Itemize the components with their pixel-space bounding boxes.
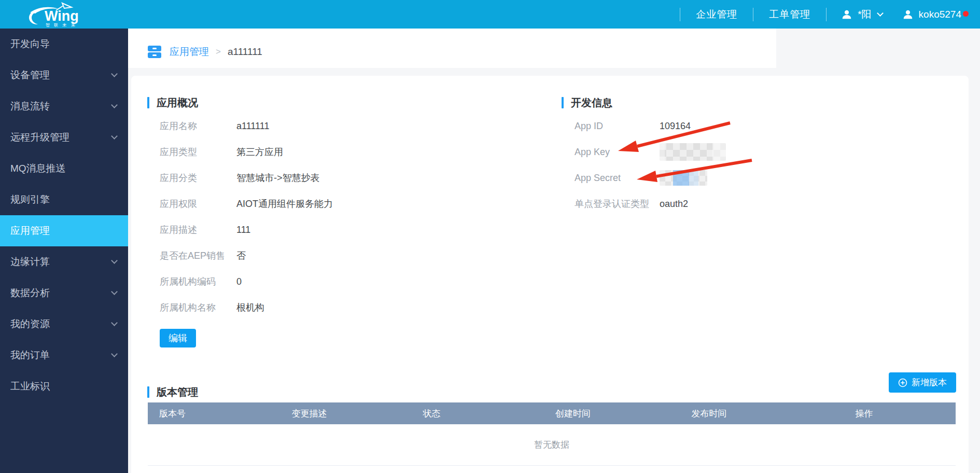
- account-menu[interactable]: koko5274: [897, 9, 967, 20]
- chevron-down-icon: [111, 102, 118, 108]
- field-row-app-key: App Key: [562, 139, 919, 165]
- logo-text: Wing: [45, 8, 79, 24]
- field-label: App ID: [562, 121, 660, 132]
- field-row-app-type: 应用类型 第三方应用: [147, 139, 547, 165]
- sidebar-item-label: 我的订单: [10, 349, 50, 362]
- field-row-app-name: 应用名称 a111111: [147, 113, 547, 139]
- sidebar-item-edge-computing[interactable]: 边缘计算: [0, 246, 128, 277]
- field-row-org-name: 所属机构名称 根机构: [147, 295, 547, 321]
- chevron-down-icon: [111, 351, 118, 357]
- notification-badge: [963, 11, 969, 17]
- versions-table: 版本号 变更描述 状态 创建时间 发布时间 操作 暂无数据: [148, 402, 956, 466]
- version-section-header: 版本管理: [147, 386, 198, 398]
- field-label: 应用类型: [147, 146, 236, 158]
- overview-title: 应用概况: [157, 96, 198, 110]
- breadcrumb: 应用管理 > a111111: [128, 29, 776, 68]
- field-value: oauth2: [660, 199, 688, 210]
- account-name: koko5274: [919, 9, 961, 20]
- sidebar-item-industrial-id[interactable]: 工业标识: [0, 371, 128, 402]
- field-row-sso-type: 单点登录认证类型 oauth2: [562, 191, 919, 217]
- dev-info-title: 开发信息: [571, 96, 612, 110]
- nav-workorder-management[interactable]: 工单管理: [753, 8, 826, 21]
- sidebar-item-label: 工业标识: [10, 380, 50, 393]
- field-row-app-permission: 应用权限 AIOT通用组件服务能力: [147, 191, 547, 217]
- breadcrumb-separator: >: [216, 47, 221, 57]
- chevron-down-icon: [877, 10, 884, 17]
- sidebar-item-mq-push[interactable]: MQ消息推送: [0, 153, 128, 184]
- circle-plus-icon: [898, 378, 907, 387]
- empty-state: 暂无数据: [148, 424, 956, 466]
- sidebar-item-label: 开发向导: [10, 37, 50, 51]
- user-menu-name: *阳: [858, 8, 871, 21]
- add-version-button[interactable]: 新增版本: [889, 372, 956, 393]
- column-header-actions: 操作: [773, 408, 956, 420]
- field-value: 0: [236, 276, 242, 287]
- sidebar-item-my-resources[interactable]: 我的资源: [0, 309, 128, 340]
- field-label: App Secret: [562, 173, 660, 184]
- chevron-down-icon: [111, 257, 118, 264]
- sidebar-item-my-orders[interactable]: 我的订单: [0, 340, 128, 371]
- ctwing-logo[interactable]: Wing 智 联 未 来: [24, 2, 102, 27]
- sidebar: 开发向导 设备管理 消息流转 远程升级管理 MQ消息推送 规则引擎 应用管理 边…: [0, 29, 128, 473]
- sidebar-item-label: 边缘计算: [10, 255, 50, 269]
- field-row-org-code: 所属机构编码 0: [147, 269, 547, 295]
- sidebar-item-label: 设备管理: [10, 68, 50, 82]
- column-header-version: 版本号: [148, 408, 256, 420]
- field-label: 所属机构名称: [147, 301, 236, 314]
- user-icon: [841, 9, 852, 20]
- sidebar-item-remote-upgrade[interactable]: 远程升级管理: [0, 122, 128, 153]
- add-version-label: 新增版本: [912, 377, 947, 388]
- edit-button[interactable]: 编辑: [160, 329, 196, 347]
- field-row-app-description: 应用描述 111: [147, 217, 547, 243]
- sidebar-item-dev-wizard[interactable]: 开发向导: [0, 29, 128, 60]
- versions-table-header: 版本号 变更描述 状态 创建时间 发布时间 操作: [148, 402, 956, 424]
- field-value: 第三方应用: [236, 146, 283, 158]
- field-row-app-secret: App Secret: [562, 165, 919, 191]
- sidebar-item-rule-engine[interactable]: 规则引擎: [0, 184, 128, 215]
- dev-info-section: 开发信息 App ID 109164 App Key App Secret 单点…: [562, 96, 919, 217]
- sidebar-item-message-flow[interactable]: 消息流转: [0, 91, 128, 122]
- field-label: 应用描述: [147, 224, 236, 236]
- nav-enterprise-management[interactable]: 企业管理: [680, 8, 753, 21]
- field-value: 否: [236, 249, 246, 262]
- sidebar-item-label: 应用管理: [10, 224, 50, 238]
- sidebar-item-device-management[interactable]: 设备管理: [0, 60, 128, 91]
- app-detail-card: 应用概况 应用名称 a111111 应用类型 第三方应用 应用分类 智慧城市->…: [131, 76, 969, 473]
- field-label: App Key: [562, 147, 660, 158]
- logo-tagline: 智 联 未 来: [46, 23, 77, 27]
- column-header-publish-time: 发布时间: [646, 408, 773, 420]
- sidebar-item-label: 远程升级管理: [10, 131, 69, 144]
- chevron-down-icon: [111, 133, 118, 140]
- logo-swoosh-plane-icon: Wing 智 联 未 来: [24, 2, 102, 27]
- user-menu[interactable]: *阳: [827, 8, 897, 21]
- column-header-create-time: 创建时间: [500, 408, 646, 420]
- column-header-change-desc: 变更描述: [256, 408, 363, 420]
- sidebar-item-label: MQ消息推送: [10, 162, 66, 175]
- field-value: 111: [236, 225, 250, 235]
- field-row-app-category: 应用分类 智慧城市->智慧抄表: [147, 165, 547, 191]
- sidebar-item-label: 规则引擎: [10, 193, 50, 206]
- section-accent-bar: [147, 386, 149, 398]
- top-bar: Wing 智 联 未 来 企业管理 工单管理 *阳 koko5274: [0, 0, 980, 29]
- section-accent-bar: [147, 97, 149, 108]
- field-label: 应用权限: [147, 198, 236, 210]
- field-label: 是否在AEP销售: [147, 249, 236, 262]
- field-value: 109164: [660, 121, 691, 132]
- chevron-down-icon: [111, 288, 118, 295]
- field-row-app-id: App ID 109164: [562, 113, 919, 139]
- app-secret-masked-value: [660, 170, 707, 186]
- breadcrumb-link-app-management[interactable]: 应用管理: [170, 45, 209, 59]
- app-key-masked-value: [660, 143, 726, 161]
- field-label: 所属机构编码: [147, 275, 236, 288]
- chevron-down-icon: [111, 319, 118, 326]
- versions-title: 版本管理: [157, 385, 198, 399]
- field-value: 智慧城市->智慧抄表: [236, 172, 320, 184]
- column-header-status: 状态: [363, 408, 500, 420]
- sidebar-item-app-management[interactable]: 应用管理: [0, 215, 128, 246]
- user-icon: [902, 9, 914, 20]
- sidebar-item-label: 数据分析: [10, 286, 50, 300]
- sidebar-item-label: 我的资源: [10, 317, 50, 331]
- breadcrumb-current: a111111: [228, 46, 262, 58]
- sidebar-item-data-analysis[interactable]: 数据分析: [0, 277, 128, 309]
- app-archive-icon: [147, 45, 162, 59]
